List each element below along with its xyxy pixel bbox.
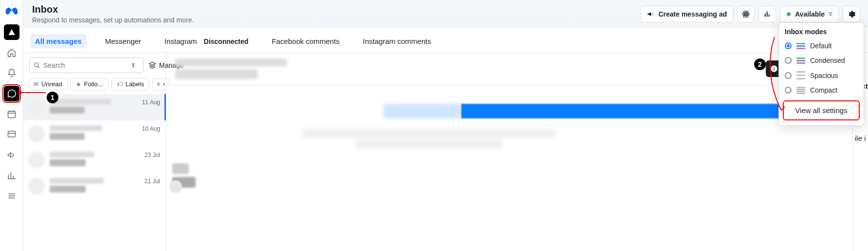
thread-item[interactable]: 11 Aug	[23, 94, 166, 120]
mode-compact-icon	[796, 87, 805, 94]
mode-compact[interactable]: Compact	[779, 83, 864, 97]
availability-button[interactable]: Available ▽	[780, 6, 839, 22]
mode-default[interactable]: Default	[779, 39, 864, 53]
contact-name	[175, 58, 287, 79]
thread-date: 11 Aug	[142, 99, 160, 106]
radio-icon	[785, 87, 792, 94]
rail-menu-icon[interactable]	[4, 188, 19, 204]
filter-labels[interactable]: 🏷Labels	[111, 78, 149, 90]
mode-label: Spacious	[810, 72, 838, 79]
mode-condensed-icon	[796, 58, 805, 64]
inbox-tabs: All messages Messenger Instagram Disconn…	[23, 27, 868, 53]
tab-instagram[interactable]: Instagram Disconnected	[160, 34, 253, 48]
avatar	[28, 99, 45, 116]
avatar	[28, 152, 45, 168]
mode-spacious[interactable]: Spacious	[779, 68, 864, 83]
conversation-pane	[166, 53, 852, 251]
redacted-text	[303, 129, 556, 138]
radio-icon	[785, 42, 792, 49]
view-all-settings-button[interactable]: View all settings	[783, 100, 860, 120]
thread-item[interactable]: 23 Jul	[23, 147, 166, 173]
svg-rect-9	[774, 67, 774, 67]
filter-followup[interactable]: ★Follo...	[71, 78, 108, 90]
sliders-icon: ≡	[157, 81, 160, 88]
thread-item[interactable]: 21 Jul	[23, 173, 166, 199]
instagram-status: Disconnected	[204, 38, 249, 45]
rail-insights-icon[interactable]	[4, 168, 19, 183]
svg-point-2	[745, 13, 747, 15]
rail-calendar-icon[interactable]	[4, 106, 19, 122]
svg-rect-8	[774, 68, 774, 71]
chevron-down-icon: ▽	[829, 11, 832, 17]
avatar	[28, 178, 45, 194]
left-rail	[0, 0, 23, 251]
svg-point-6	[35, 63, 38, 67]
search-input-wrap[interactable]: ▲▼	[29, 58, 144, 73]
rail-megaphone-icon[interactable]	[4, 147, 19, 163]
tab-fb-comments[interactable]: Facebook comments	[267, 34, 344, 48]
tab-all-messages[interactable]: All messages	[30, 34, 87, 48]
chevron-down-icon: ▾	[163, 82, 165, 87]
svg-point-3	[742, 13, 750, 16]
mode-spacious-icon	[796, 71, 805, 79]
rside-line: ile i	[855, 134, 866, 142]
rail-inbox-icon[interactable]	[4, 86, 19, 101]
rail-bell-icon[interactable]	[4, 65, 19, 81]
search-input[interactable]	[43, 61, 128, 69]
popover-title: Inbox modes	[779, 27, 864, 39]
meta-logo[interactable]	[4, 5, 19, 19]
tab-messenger[interactable]: Messenger	[100, 34, 146, 48]
avatar	[169, 180, 182, 193]
avatar	[28, 125, 45, 142]
radio-icon	[785, 57, 792, 64]
create-ad-label: Create messaging ad	[658, 10, 727, 18]
stepper-icon[interactable]: ▲▼	[131, 62, 139, 68]
thread-item[interactable]: 10 Aug	[23, 120, 166, 147]
mode-condensed[interactable]: Condensed	[779, 53, 864, 68]
annotation-badge-2: 2	[754, 58, 766, 70]
mode-label: Condensed	[810, 57, 845, 64]
mode-default-icon	[796, 43, 805, 49]
star-icon: ★	[76, 81, 81, 88]
filter-unread[interactable]: ✉Unread	[28, 78, 68, 90]
create-messaging-ad-button[interactable]: Create messaging ad	[640, 6, 733, 22]
svg-rect-1	[8, 131, 15, 137]
status-dot-icon	[786, 12, 791, 17]
rail-home-icon[interactable]	[4, 45, 19, 60]
mail-icon: ✉	[34, 81, 38, 88]
conversation-list: ▲▼ Manage ✉Unread ★Follo... 🏷Labels ≡▾	[23, 53, 166, 251]
mode-label: Default	[810, 42, 832, 50]
settings-popover: Inbox modes Default Condensed Spacious C…	[778, 22, 864, 126]
radio-icon	[785, 72, 792, 79]
tag-icon: 🏷	[117, 81, 123, 88]
tab-ig-comments[interactable]: Instagram comments	[358, 34, 436, 48]
page-header: Inbox Respond to messages, set up automa…	[23, 0, 868, 27]
search-icon	[34, 62, 40, 69]
stats-button[interactable]	[759, 6, 776, 22]
rail-triangle-icon[interactable]	[4, 24, 19, 40]
rail-posts-icon[interactable]	[4, 127, 19, 142]
page-title: Inbox	[32, 4, 194, 15]
annotation-badge-1: 1	[47, 92, 58, 103]
thread-date: 23 Jul	[145, 152, 160, 158]
page-subtitle: Respond to messages, set up automations …	[32, 16, 194, 24]
atom-button[interactable]	[737, 6, 755, 22]
redacted-text	[356, 140, 502, 149]
settings-gear-button[interactable]	[843, 6, 860, 22]
megaphone-icon	[647, 10, 654, 18]
svg-rect-0	[8, 111, 15, 117]
thread-date: 10 Aug	[142, 125, 160, 132]
mode-label: Compact	[810, 86, 837, 94]
tab-instagram-label: Instagram	[164, 37, 197, 45]
availability-label: Available	[795, 10, 825, 18]
thread-date: 21 Jul	[145, 178, 160, 185]
